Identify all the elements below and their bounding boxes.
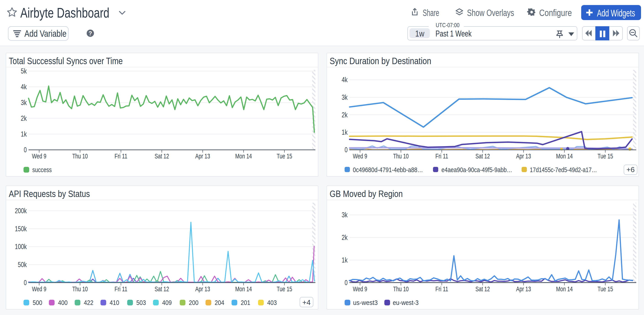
svg-text:Fri 11: Fri 11 (436, 285, 448, 293)
svg-text:503: 503 (136, 299, 146, 306)
svg-text:204: 204 (215, 299, 224, 306)
svg-text:Past 1 Week: Past 1 Week (436, 29, 472, 38)
svg-text:Sat 12: Sat 12 (154, 152, 169, 160)
svg-text:0: 0 (24, 279, 27, 287)
svg-text:400: 400 (58, 299, 68, 306)
svg-text:Fri 11: Fri 11 (115, 285, 128, 293)
svg-text:Mon 14: Mon 14 (235, 285, 252, 293)
svg-text:0: 0 (344, 279, 348, 287)
svg-text:4k: 4k (21, 83, 27, 91)
svg-text:Mon 14: Mon 14 (235, 152, 252, 160)
svg-text:403: 403 (267, 299, 277, 306)
svg-text:Apr 13: Apr 13 (195, 152, 210, 160)
svg-text:Thu 10: Thu 10 (393, 152, 409, 160)
svg-text:Wed 9: Wed 9 (353, 285, 367, 293)
svg-text:Apr 13: Apr 13 (195, 285, 210, 293)
svg-text:Configure: Configure (539, 8, 572, 18)
svg-text:200: 200 (189, 299, 198, 306)
svg-text:50k: 50k (18, 261, 27, 269)
svg-text:5k: 5k (21, 67, 27, 75)
svg-text:+6: +6 (626, 166, 635, 174)
svg-text:2k: 2k (21, 114, 27, 122)
svg-text:409: 409 (162, 299, 172, 306)
svg-text:Apr 13: Apr 13 (516, 285, 531, 293)
svg-text:Sat 12: Sat 12 (476, 285, 490, 293)
svg-text:Total Successful Syncs over Ti: Total Successful Syncs over Time (9, 56, 123, 66)
svg-text:150k: 150k (15, 225, 27, 233)
svg-text:Thu 10: Thu 10 (72, 152, 88, 160)
svg-text:Show Overlays: Show Overlays (467, 8, 514, 18)
svg-text:3k: 3k (342, 93, 348, 101)
svg-text:success: success (32, 166, 52, 173)
svg-text:Mon 14: Mon 14 (556, 152, 573, 160)
svg-text:API Requests by Status: API Requests by Status (9, 189, 90, 199)
svg-text:UTC-07:00: UTC-07:00 (436, 22, 460, 28)
svg-text:Thu 10: Thu 10 (393, 285, 409, 293)
svg-text:201: 201 (241, 299, 250, 306)
svg-text:Wed 9: Wed 9 (32, 285, 46, 293)
svg-text:1w: 1w (415, 29, 424, 38)
svg-text:0: 0 (344, 146, 348, 154)
svg-text:Wed 9: Wed 9 (32, 152, 46, 160)
svg-text:1k: 1k (342, 256, 348, 264)
svg-text:1k: 1k (342, 128, 348, 136)
svg-text:4k: 4k (342, 76, 348, 84)
svg-text:Wed 9: Wed 9 (353, 152, 367, 160)
svg-text:200k: 200k (15, 207, 27, 215)
svg-text:Airbyte Dashboard: Airbyte Dashboard (20, 5, 110, 20)
svg-text:Fri 11: Fri 11 (436, 152, 448, 160)
svg-text:17d1455c-7ed5-49d2-a17…: 17d1455c-7ed5-49d2-a17… (530, 166, 597, 173)
svg-text:eu-west-3: eu-west-3 (393, 299, 418, 306)
svg-text:100k: 100k (15, 243, 27, 251)
svg-text:Thu 10: Thu 10 (72, 285, 88, 293)
svg-text:Apr 13: Apr 13 (516, 152, 531, 160)
svg-text:Tue 15: Tue 15 (277, 152, 292, 160)
svg-text:Tue 15: Tue 15 (277, 285, 292, 293)
svg-text:0: 0 (24, 146, 27, 154)
svg-text:3k: 3k (21, 99, 27, 107)
svg-text:500: 500 (33, 299, 42, 306)
svg-text:Tue 15: Tue 15 (598, 285, 613, 293)
svg-text:410: 410 (110, 299, 119, 306)
svg-text:Sync Duration by Destination: Sync Duration by Destination (330, 56, 432, 66)
svg-text:2k: 2k (342, 234, 348, 242)
svg-text:Mon 14: Mon 14 (556, 285, 573, 293)
svg-text:0c49680d-4791-4ebb-a88…: 0c49680d-4791-4ebb-a88… (353, 166, 423, 173)
svg-text:Add Widgets: Add Widgets (597, 8, 635, 18)
svg-text:?: ? (88, 30, 92, 36)
svg-text:Fri 11: Fri 11 (115, 152, 128, 160)
svg-text:us-west3: us-west3 (353, 299, 378, 306)
svg-text:Tue 15: Tue 15 (598, 152, 613, 160)
svg-text:Add Variable: Add Variable (24, 28, 66, 38)
svg-text:2k: 2k (342, 111, 348, 119)
svg-text:422: 422 (84, 299, 94, 306)
svg-text:GB Moved by Region: GB Moved by Region (330, 189, 403, 199)
svg-text:1k: 1k (21, 130, 27, 138)
svg-text:Sat 12: Sat 12 (476, 152, 490, 160)
svg-text:Share: Share (423, 8, 439, 18)
svg-text:Sat 12: Sat 12 (154, 285, 169, 293)
svg-text:3k: 3k (342, 211, 348, 219)
svg-text:+4: +4 (302, 299, 310, 307)
svg-text:e4aea90a-90ca-49f5-9abb…: e4aea90a-90ca-49f5-9abb… (442, 166, 512, 173)
